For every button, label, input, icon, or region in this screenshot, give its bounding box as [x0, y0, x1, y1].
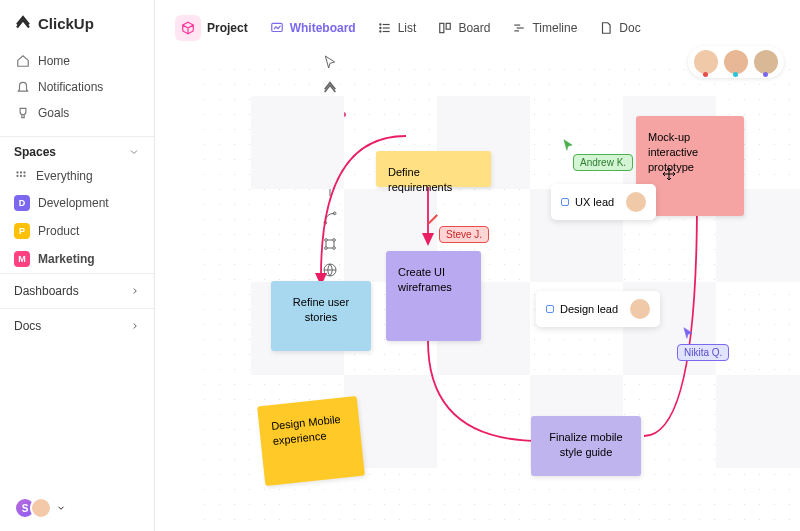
cursor-andrew-icon — [561, 138, 575, 152]
space-development[interactable]: D Development — [0, 189, 154, 217]
sticky-define-requirements[interactable]: Define requirements — [376, 151, 491, 187]
cube-icon — [175, 15, 201, 41]
svg-point-12 — [379, 31, 380, 32]
svg-point-2 — [24, 172, 25, 173]
bell-icon — [16, 80, 30, 94]
main-area: Project Whiteboard List Board Timeline D… — [155, 0, 800, 531]
space-marketing[interactable]: M Marketing — [0, 245, 154, 273]
svg-rect-13 — [440, 23, 444, 32]
svg-point-4 — [20, 175, 21, 176]
cursor-label-steve: Steve J. — [439, 226, 489, 243]
checkbox-icon — [546, 305, 554, 313]
svg-rect-14 — [447, 23, 451, 29]
svg-point-10 — [379, 24, 380, 25]
home-icon — [16, 54, 30, 68]
tab-board[interactable]: Board — [434, 18, 494, 38]
cursor-steve-icon — [426, 211, 440, 225]
app-logo: ClickUp — [0, 0, 154, 42]
tab-doc[interactable]: Doc — [595, 18, 644, 38]
chevron-down-icon[interactable] — [56, 503, 66, 513]
space-product[interactable]: P Product — [0, 217, 154, 245]
task-design-lead[interactable]: Design lead — [536, 291, 660, 327]
collaborator-1[interactable] — [694, 50, 718, 74]
app-name: ClickUp — [38, 15, 94, 32]
trophy-icon — [16, 106, 30, 120]
nav-notifications[interactable]: Notifications — [8, 74, 146, 100]
svg-point-1 — [20, 172, 21, 173]
assignee-avatar — [630, 299, 650, 319]
space-everything[interactable]: Everything — [0, 163, 154, 189]
sidebar-footer: S — [0, 485, 154, 531]
cursor-nikita-icon — [681, 326, 695, 340]
timeline-icon — [512, 21, 526, 35]
list-icon — [378, 21, 392, 35]
nav-goals[interactable]: Goals — [8, 100, 146, 126]
space-badge-d: D — [14, 195, 30, 211]
chevron-down-icon — [128, 146, 140, 158]
collaborator-3[interactable] — [754, 50, 778, 74]
docs-section[interactable]: Docs — [0, 308, 154, 343]
sticky-finalize-guide[interactable]: Finalize mobile style guide — [531, 416, 641, 476]
space-badge-p: P — [14, 223, 30, 239]
dashboards-section[interactable]: Dashboards — [0, 273, 154, 308]
assignee-avatar — [626, 192, 646, 212]
space-badge-m: M — [14, 251, 30, 267]
move-handle-icon[interactable] — [661, 166, 677, 182]
cursor-label-nikita: Nikita Q. — [677, 344, 729, 361]
chevron-right-icon — [130, 286, 140, 296]
sidebar: ClickUp Home Notifications Goals Spaces … — [0, 0, 155, 531]
user-avatar-2[interactable] — [30, 497, 52, 519]
doc-icon — [599, 21, 613, 35]
sticky-design-mobile[interactable]: Design Mobile experience — [257, 396, 365, 486]
nav-home[interactable]: Home — [8, 48, 146, 74]
sticky-refine-stories[interactable]: Refine user stories — [271, 281, 371, 351]
task-ux-lead[interactable]: UX lead — [551, 184, 656, 220]
chevron-right-icon — [130, 321, 140, 331]
board-icon — [438, 21, 452, 35]
tab-whiteboard[interactable]: Whiteboard — [266, 18, 360, 38]
whiteboard-icon — [270, 21, 284, 35]
svg-point-5 — [24, 175, 25, 176]
cursor-label-andrew: Andrew K. — [573, 154, 633, 171]
svg-point-0 — [17, 172, 18, 173]
tab-timeline[interactable]: Timeline — [508, 18, 581, 38]
spaces-header[interactable]: Spaces — [0, 136, 154, 163]
checkbox-icon — [561, 198, 569, 206]
sticky-create-wireframes[interactable]: Create UI wireframes — [386, 251, 481, 341]
grid-icon — [14, 169, 28, 183]
svg-point-3 — [17, 175, 18, 176]
clickup-logo-icon — [14, 14, 32, 32]
tab-list[interactable]: List — [374, 18, 421, 38]
svg-point-11 — [379, 27, 380, 28]
project-chip[interactable]: Project — [171, 12, 252, 44]
collaborator-2[interactable] — [724, 50, 748, 74]
whiteboard-canvas[interactable]: Define requirements Refine user stories … — [191, 56, 800, 531]
collaborator-avatars[interactable] — [688, 46, 784, 78]
